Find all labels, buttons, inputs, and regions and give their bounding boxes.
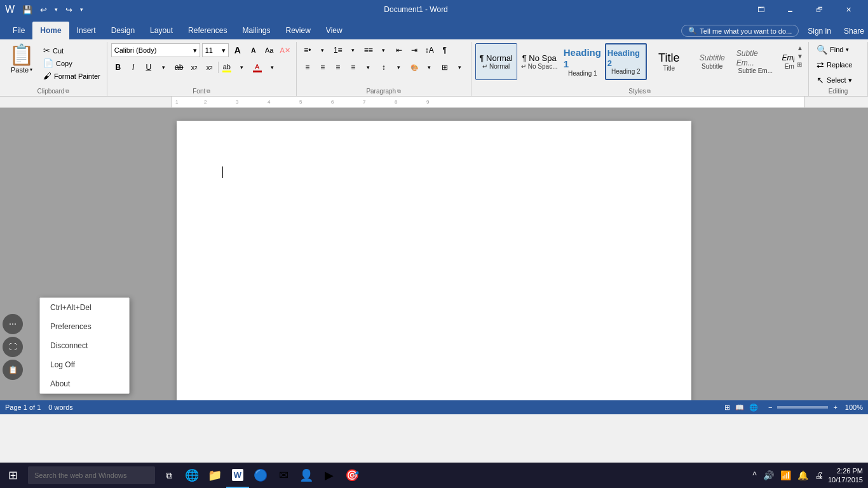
numbering-button[interactable]: 1≡ bbox=[331, 43, 345, 57]
superscript-button[interactable]: x2 bbox=[203, 60, 217, 74]
align-right-button[interactable]: ≡ bbox=[331, 60, 345, 74]
redo-button[interactable]: ↪ bbox=[63, 4, 75, 16]
subscript-button[interactable]: x2 bbox=[187, 60, 201, 74]
tab-file[interactable]: File bbox=[5, 22, 32, 39]
line-spacing-button[interactable]: ↕ bbox=[377, 60, 391, 74]
undo-button[interactable]: ↩ bbox=[37, 4, 50, 16]
print-layout-view-button[interactable]: ⊞ bbox=[724, 403, 730, 412]
document-area[interactable] bbox=[0, 108, 868, 400]
notifications-icon[interactable]: ^ bbox=[750, 470, 759, 480]
multilevel-dropdown[interactable]: ▾ bbox=[377, 43, 391, 57]
bullets-button[interactable]: ≡• bbox=[301, 43, 315, 57]
style-no-spacing[interactable]: ¶ No Spa ↵ No Spac... bbox=[519, 43, 560, 80]
style-title[interactable]: Title Title bbox=[648, 43, 690, 80]
borders-button[interactable]: ⊞ bbox=[438, 60, 452, 74]
tell-me-input[interactable]: 🔍 Tell me what you want to do... bbox=[681, 25, 799, 37]
taskbar-extra-icon[interactable]: 🎯 bbox=[341, 463, 363, 488]
sign-in-button[interactable]: Sign in bbox=[804, 25, 835, 37]
sort-button[interactable]: ↕A bbox=[423, 43, 437, 57]
clipboard-expander[interactable]: ⧉ bbox=[65, 88, 69, 95]
change-case-button[interactable]: Aa bbox=[262, 43, 276, 57]
web-layout-button[interactable]: 🌐 bbox=[749, 403, 758, 412]
tab-review[interactable]: Review bbox=[278, 22, 318, 39]
context-menu-log-off[interactable]: Log Off bbox=[40, 355, 129, 374]
minimize-button[interactable]: 🗕 bbox=[775, 0, 804, 19]
font-family-select[interactable]: Calibri (Body) ▾ bbox=[111, 43, 200, 57]
decrease-indent-button[interactable]: ⇤ bbox=[392, 43, 406, 57]
tab-insert[interactable]: Insert bbox=[69, 22, 104, 39]
context-menu-ctrl-alt-del[interactable]: Ctrl+Alt+Del bbox=[40, 298, 129, 317]
style-normal[interactable]: ¶ Normal ↵ Normal bbox=[475, 43, 517, 80]
strikethrough-button[interactable]: ab bbox=[172, 60, 186, 74]
style-emphasis[interactable]: Emphasis Emphasis bbox=[778, 43, 794, 80]
styles-scroll-up[interactable]: ▲ bbox=[797, 44, 803, 51]
select-button[interactable]: ↖ Select ▾ bbox=[813, 74, 864, 86]
font-color-button[interactable]: A bbox=[250, 60, 264, 74]
style-subtitle[interactable]: Subtitle Subtitle bbox=[691, 43, 733, 80]
printer-icon[interactable]: 🖨 bbox=[813, 470, 825, 480]
font-size-select[interactable]: 11 ▾ bbox=[202, 43, 229, 57]
paste-button[interactable]: 📋 Paste ▾ bbox=[4, 43, 39, 86]
font-grow-button[interactable]: A bbox=[231, 43, 245, 57]
show-formatting-button[interactable]: ¶ bbox=[438, 43, 452, 57]
taskbar-search-input[interactable] bbox=[28, 466, 155, 484]
font-shrink-button[interactable]: A bbox=[247, 43, 261, 57]
styles-expander[interactable]: ⧉ bbox=[647, 88, 651, 95]
taskbar-edge-icon[interactable]: 🌐 bbox=[180, 463, 203, 488]
taskbar-gmail-icon[interactable]: ✉ bbox=[272, 463, 295, 488]
undo-dropdown-button[interactable]: ▾ bbox=[52, 5, 60, 14]
restore-button[interactable]: 🗗 bbox=[804, 0, 834, 19]
taskbar-file-explorer[interactable]: 📁 bbox=[203, 463, 226, 488]
align-center-button[interactable]: ≡ bbox=[316, 60, 330, 74]
taskbar-chrome-icon[interactable]: 🔵 bbox=[249, 463, 272, 488]
font-color-dropdown[interactable]: ▾ bbox=[266, 60, 280, 74]
tab-view[interactable]: View bbox=[318, 22, 350, 39]
line-spacing-dropdown[interactable]: ▾ bbox=[392, 60, 406, 74]
clear-formatting-button[interactable]: A✕ bbox=[278, 43, 292, 57]
multilevel-list-button[interactable]: ≡≡ bbox=[362, 43, 376, 57]
underline-button[interactable]: U bbox=[142, 60, 156, 74]
style-heading2[interactable]: Heading 2 Heading 2 bbox=[605, 43, 647, 80]
tab-layout[interactable]: Layout bbox=[142, 22, 180, 39]
share-button[interactable]: Share bbox=[840, 25, 868, 37]
text-highlight-button[interactable]: ab bbox=[220, 60, 234, 74]
action-center-icon[interactable]: 🔔 bbox=[796, 470, 810, 480]
context-menu-preferences[interactable]: Preferences bbox=[40, 317, 129, 336]
volume-icon[interactable]: 🔊 bbox=[761, 470, 776, 480]
zoom-slider[interactable] bbox=[777, 406, 828, 409]
shading-button[interactable]: 🎨 bbox=[407, 60, 421, 74]
zoom-out-button[interactable]: − bbox=[768, 403, 772, 411]
format-painter-button[interactable]: 🖌 Format Painter bbox=[41, 70, 103, 82]
borders-dropdown[interactable]: ▾ bbox=[453, 60, 467, 74]
replace-button[interactable]: ⇄ Replace bbox=[813, 58, 864, 71]
taskbar-person-icon[interactable]: 👤 bbox=[295, 463, 318, 488]
bullets-dropdown[interactable]: ▾ bbox=[316, 43, 330, 57]
style-heading1[interactable]: Heading 1 Heading 1 bbox=[562, 43, 604, 80]
sidebar-fullscreen-button[interactable]: ⛶ bbox=[3, 337, 23, 357]
italic-button[interactable]: I bbox=[126, 60, 140, 74]
tab-references[interactable]: References bbox=[180, 22, 234, 39]
context-menu-about[interactable]: About bbox=[40, 374, 129, 393]
taskbar-word-icon[interactable]: W bbox=[226, 463, 249, 488]
sidebar-clipboard-button[interactable]: 📋 bbox=[3, 360, 23, 380]
shading-dropdown[interactable]: ▾ bbox=[423, 60, 437, 74]
ribbon-display-button[interactable]: 🗔 bbox=[746, 0, 775, 19]
customize-qa-button[interactable]: ▾ bbox=[78, 5, 86, 14]
bold-button[interactable]: B bbox=[111, 60, 125, 74]
read-mode-button[interactable]: 📖 bbox=[735, 403, 744, 412]
taskbar-task-view[interactable]: ⧉ bbox=[158, 463, 180, 488]
align-left-button[interactable]: ≡ bbox=[301, 60, 315, 74]
font-expander[interactable]: ⧉ bbox=[207, 88, 210, 95]
sidebar-menu-button[interactable]: ⋯ bbox=[3, 314, 23, 334]
find-dropdown[interactable]: ▾ bbox=[846, 46, 849, 53]
justify-button[interactable]: ≡ bbox=[346, 60, 360, 74]
save-button[interactable]: 💾 bbox=[20, 4, 35, 16]
network-icon[interactable]: 📶 bbox=[778, 470, 793, 480]
justify-dropdown[interactable]: ▾ bbox=[362, 60, 376, 74]
tab-mailings[interactable]: Mailings bbox=[234, 22, 278, 39]
styles-scroll-down[interactable]: ▼ bbox=[797, 53, 803, 60]
paste-dropdown-icon[interactable]: ▾ bbox=[30, 67, 32, 72]
zoom-in-button[interactable]: + bbox=[833, 403, 837, 411]
find-button[interactable]: 🔍 Find ▾ bbox=[813, 43, 864, 56]
document-page[interactable] bbox=[177, 121, 691, 400]
